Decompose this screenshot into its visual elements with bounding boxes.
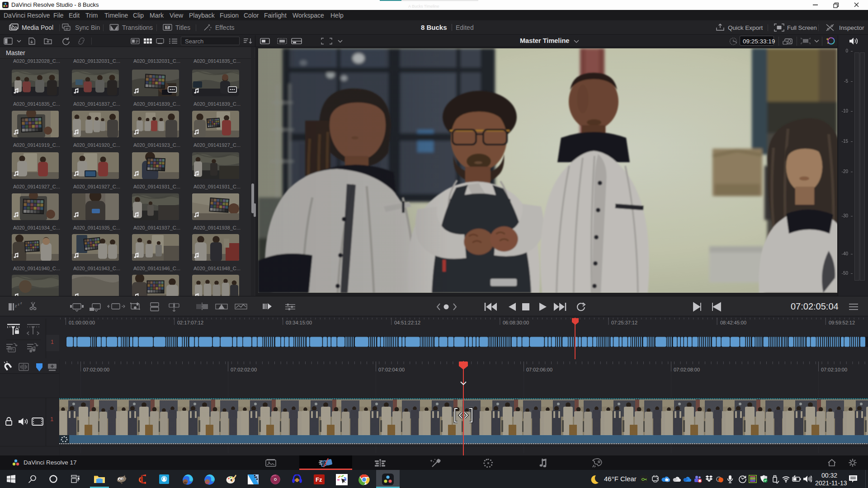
svg-text:z: z bbox=[20, 301, 22, 305]
svg-text:z: z bbox=[18, 302, 19, 306]
svg-text:z: z bbox=[15, 304, 17, 308]
svg-text:Fz: Fz bbox=[316, 476, 322, 483]
svg-text:T: T bbox=[166, 26, 169, 29]
